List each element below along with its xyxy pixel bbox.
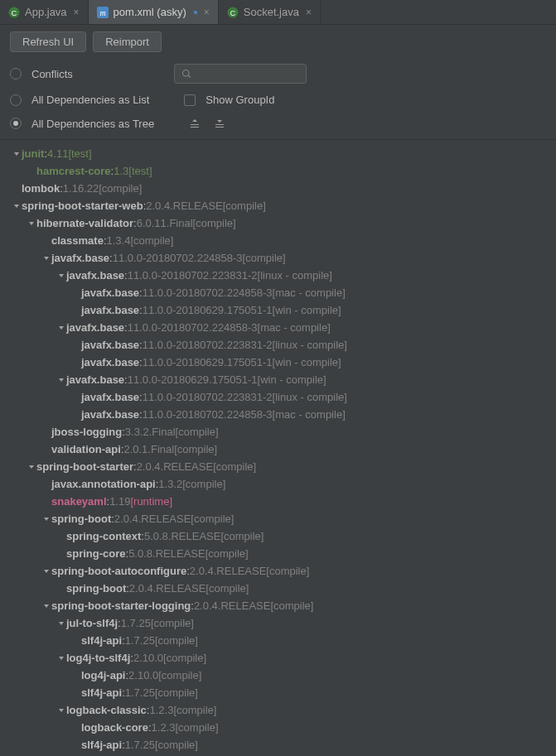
close-icon[interactable]: × [306,7,312,18]
show-groupid-checkbox[interactable] [184,94,196,106]
dep-version: 5.0.8.RELEASE [128,546,205,561]
tree-node[interactable]: javax.annotation-api : 1.3.2 [compile] [0,475,556,493]
expand-arrow-icon[interactable] [56,707,66,714]
expand-arrow-icon[interactable] [41,568,51,575]
tree-node[interactable]: javafx.base : 11.0.0-20180629.175051-1 [… [0,371,556,388]
tree-node[interactable]: spring-context : 5.0.8.RELEASE [compile] [0,527,556,545]
as-list-row: All Dependencies as List Show GroupId [0,89,556,111]
dep-version: 11.0.0-20180702.223831-2 [143,389,273,405]
svg-text:C: C [12,8,17,17]
expand-arrow-icon[interactable] [56,272,66,279]
dep-scope: [compile] [173,702,216,718]
expand-arrow-icon[interactable] [12,203,22,209]
tree-node[interactable]: javafx.base : 11.0.0-20180702.224858-3 [… [0,319,556,336]
dep-version: 11.0.0-20180702.224858-3 [143,407,273,422]
expand-arrow-icon[interactable] [27,220,36,227]
expand-arrow-icon[interactable] [56,325,66,331]
tree-node[interactable]: javafx.base : 11.0.0-20180629.175051-1 [… [0,354,556,371]
dep-version: 2.10.0 [128,667,158,683]
dep-version: 11.0.0-20180629.175051-1 [128,372,258,388]
tree-node[interactable]: slf4j-api : 1.7.25 [compile] [0,684,556,701]
dep-scope: [linux - compile] [258,267,332,283]
tab-label: App.java [25,6,67,18]
as-list-radio[interactable] [10,94,22,106]
dep-version: 1.3 [114,163,128,179]
dep-version: 1.19 [109,494,130,509]
tree-node[interactable]: javafx.base : 11.0.0-20180702.224858-3 [… [0,284,556,301]
tab-socket-java[interactable]: CSocket.java× [219,0,321,24]
tree-node[interactable]: hibernate-validator : 6.0.11.Final [comp… [0,214,556,232]
show-groupid-label: Show GroupId [205,94,274,106]
dep-name: spring-core [66,546,126,561]
close-icon[interactable]: × [204,7,210,18]
dep-version: 11.0.0-20180629.175051-1 [143,354,273,370]
tree-node[interactable]: junit : 4.11 [test] [0,145,556,162]
tree-node[interactable]: classmate : 1.3.4 [compile] [0,232,556,249]
reimport-button[interactable]: Reimport [93,31,162,52]
dep-scope: [compile] [155,633,198,648]
dep-version: 11.0.0-20180702.223831-2 [128,267,258,283]
expand-arrow-icon[interactable] [41,603,51,609]
tree-node[interactable]: spring-core : 5.0.8.RELEASE [compile] [0,545,556,562]
tab-app-java[interactable]: CApp.java× [0,0,89,24]
tree-node[interactable]: snakeyaml : 1.19 [runtime] [0,493,556,510]
dep-version: 1.7.25 [125,633,155,648]
tree-node[interactable]: hamcrest-core : 1.3 [test] [0,162,556,180]
expand-arrow-icon[interactable] [12,151,22,157]
dep-scope: [compile] [191,511,234,527]
tab-label: pom.xml (asky) [114,6,186,18]
expand-arrow-icon[interactable] [56,377,66,383]
dep-version: 1.16.22 [63,181,99,196]
expand-all-icon[interactable] [187,116,202,131]
tree-node[interactable]: javafx.base : 11.0.0-20180702.224858-3 [… [0,249,556,267]
tree-node[interactable]: log4j-to-slf4j : 2.10.0 [compile] [0,649,556,667]
refresh-ui-button[interactable]: Refresh UI [10,31,86,52]
tree-node[interactable]: jboss-logging : 3.3.2.Final [compile] [0,423,556,441]
tree-node[interactable]: javafx.base : 11.0.0-20180702.223831-2 [… [0,336,556,354]
tree-node[interactable]: spring-boot-starter-logging : 2.0.4.RELE… [0,597,556,614]
dep-name: javafx.base [81,285,139,301]
tree-node[interactable]: slf4j-api : 1.7.25 [compile] [0,632,556,649]
dep-scope: [compile] [158,667,201,683]
dep-scope: [compile] [151,615,194,631]
tab-pom-xml-asky-[interactable]: mpom.xml (asky)× [89,0,219,24]
dep-version: 2.0.4.RELEASE [137,459,214,474]
expand-arrow-icon[interactable] [56,620,66,627]
conflicts-radio[interactable] [10,68,22,79]
tree-node[interactable]: slf4j-api : 1.7.25 [compile] [0,736,556,754]
tree-node[interactable]: spring-boot-starter-web : 2.0.4.RELEASE … [0,197,556,214]
tree-node[interactable]: spring-boot : 2.0.4.RELEASE [compile] [0,510,556,527]
dep-version: 2.0.4.RELEASE [146,198,223,214]
dep-version: 1.2.3 [149,702,173,718]
tree-node[interactable]: spring-boot-starter : 2.0.4.RELEASE [com… [0,458,556,475]
tree-node[interactable]: logback-classic : 1.2.3 [compile] [0,701,556,719]
dep-name: slf4j-api [81,685,122,701]
tree-node[interactable]: logback-core : 1.2.3 [compile] [0,719,556,736]
expand-arrow-icon[interactable] [41,255,51,262]
tree-node[interactable]: spring-boot-autoconfigure : 2.0.4.RELEAS… [0,562,556,580]
collapse-all-icon[interactable] [212,116,227,131]
tree-node[interactable]: javafx.base : 11.0.0-20180702.224858-3 [… [0,406,556,423]
tree-node[interactable]: javafx.base : 11.0.0-20180629.175051-1 [… [0,301,556,319]
dependency-tree[interactable]: junit : 4.11 [test]hamcrest-core : 1.3 [… [0,140,556,756]
dep-name: javafx.base [81,302,139,318]
expand-arrow-icon[interactable] [27,464,36,470]
expand-arrow-icon[interactable] [56,655,66,662]
dep-version: 1.2.3 [152,720,176,735]
dep-name: hamcrest-core [36,163,111,179]
tree-node[interactable]: log4j-api : 2.10.0 [compile] [0,667,556,684]
as-tree-radio[interactable] [10,118,22,129]
tree-node[interactable]: javafx.base : 11.0.0-20180702.223831-2 [… [0,267,556,284]
dep-name: slf4j-api [81,633,122,648]
dep-name: spring-boot-starter-logging [51,598,191,614]
search-input[interactable] [174,64,307,84]
tree-node[interactable]: jul-to-slf4j : 1.7.25 [compile] [0,614,556,632]
dep-name: javafx.base [81,407,139,422]
class-file-icon: C [227,7,239,18]
expand-arrow-icon[interactable] [41,516,51,522]
tree-node[interactable]: validation-api : 2.0.1.Final [compile] [0,441,556,458]
tree-node[interactable]: lombok : 1.16.22 [compile] [0,180,556,197]
tree-node[interactable]: spring-boot : 2.0.4.RELEASE [compile] [0,580,556,597]
close-icon[interactable]: × [74,7,80,18]
tree-node[interactable]: javafx.base : 11.0.0-20180702.223831-2 [… [0,388,556,406]
